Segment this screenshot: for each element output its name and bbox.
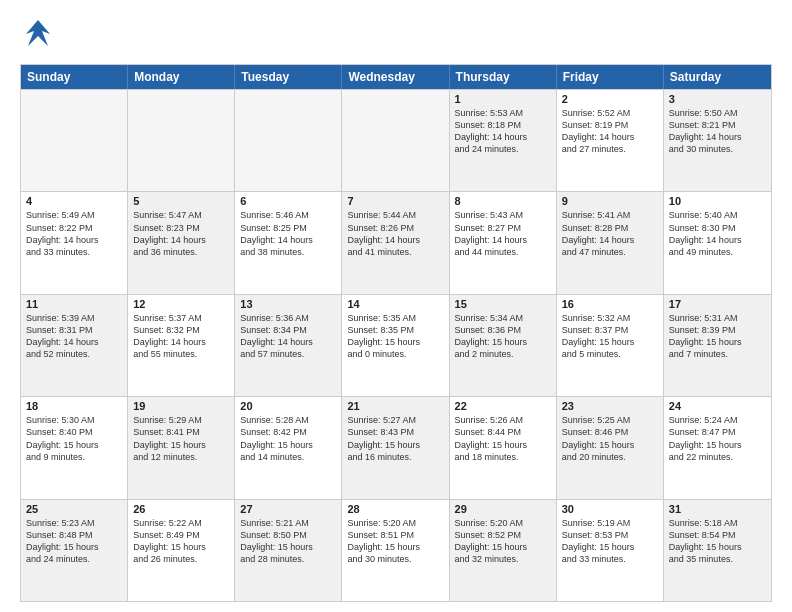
calendar-cell-24: 24Sunrise: 5:24 AM Sunset: 8:47 PM Dayli… — [664, 397, 771, 498]
day-number: 27 — [240, 503, 336, 515]
day-info: Sunrise: 5:32 AM Sunset: 8:37 PM Dayligh… — [562, 312, 658, 361]
day-number: 30 — [562, 503, 658, 515]
day-info: Sunrise: 5:29 AM Sunset: 8:41 PM Dayligh… — [133, 414, 229, 463]
calendar-cell-empty-0-0 — [21, 90, 128, 191]
calendar-cell-5: 5Sunrise: 5:47 AM Sunset: 8:23 PM Daylig… — [128, 192, 235, 293]
header-day-thursday: Thursday — [450, 65, 557, 89]
calendar-row-0: 1Sunrise: 5:53 AM Sunset: 8:18 PM Daylig… — [21, 89, 771, 191]
day-info: Sunrise: 5:50 AM Sunset: 8:21 PM Dayligh… — [669, 107, 766, 156]
header-day-wednesday: Wednesday — [342, 65, 449, 89]
day-number: 2 — [562, 93, 658, 105]
day-info: Sunrise: 5:34 AM Sunset: 8:36 PM Dayligh… — [455, 312, 551, 361]
calendar-cell-14: 14Sunrise: 5:35 AM Sunset: 8:35 PM Dayli… — [342, 295, 449, 396]
calendar: SundayMondayTuesdayWednesdayThursdayFrid… — [20, 64, 772, 602]
calendar-cell-22: 22Sunrise: 5:26 AM Sunset: 8:44 PM Dayli… — [450, 397, 557, 498]
calendar-cell-31: 31Sunrise: 5:18 AM Sunset: 8:54 PM Dayli… — [664, 500, 771, 601]
day-info: Sunrise: 5:40 AM Sunset: 8:30 PM Dayligh… — [669, 209, 766, 258]
day-number: 21 — [347, 400, 443, 412]
day-info: Sunrise: 5:23 AM Sunset: 8:48 PM Dayligh… — [26, 517, 122, 566]
day-number: 29 — [455, 503, 551, 515]
day-number: 15 — [455, 298, 551, 310]
page: SundayMondayTuesdayWednesdayThursdayFrid… — [0, 0, 792, 612]
calendar-row-2: 11Sunrise: 5:39 AM Sunset: 8:31 PM Dayli… — [21, 294, 771, 396]
calendar-cell-18: 18Sunrise: 5:30 AM Sunset: 8:40 PM Dayli… — [21, 397, 128, 498]
day-info: Sunrise: 5:28 AM Sunset: 8:42 PM Dayligh… — [240, 414, 336, 463]
calendar-cell-6: 6Sunrise: 5:46 AM Sunset: 8:25 PM Daylig… — [235, 192, 342, 293]
calendar-cell-15: 15Sunrise: 5:34 AM Sunset: 8:36 PM Dayli… — [450, 295, 557, 396]
calendar-cell-2: 2Sunrise: 5:52 AM Sunset: 8:19 PM Daylig… — [557, 90, 664, 191]
day-number: 23 — [562, 400, 658, 412]
header — [20, 16, 772, 56]
calendar-cell-21: 21Sunrise: 5:27 AM Sunset: 8:43 PM Dayli… — [342, 397, 449, 498]
logo-bird — [20, 16, 56, 56]
logo — [20, 16, 62, 56]
day-info: Sunrise: 5:22 AM Sunset: 8:49 PM Dayligh… — [133, 517, 229, 566]
day-info: Sunrise: 5:31 AM Sunset: 8:39 PM Dayligh… — [669, 312, 766, 361]
day-number: 7 — [347, 195, 443, 207]
day-number: 25 — [26, 503, 122, 515]
day-number: 3 — [669, 93, 766, 105]
day-number: 19 — [133, 400, 229, 412]
calendar-cell-19: 19Sunrise: 5:29 AM Sunset: 8:41 PM Dayli… — [128, 397, 235, 498]
day-number: 1 — [455, 93, 551, 105]
day-info: Sunrise: 5:25 AM Sunset: 8:46 PM Dayligh… — [562, 414, 658, 463]
day-number: 6 — [240, 195, 336, 207]
calendar-cell-13: 13Sunrise: 5:36 AM Sunset: 8:34 PM Dayli… — [235, 295, 342, 396]
calendar-cell-20: 20Sunrise: 5:28 AM Sunset: 8:42 PM Dayli… — [235, 397, 342, 498]
calendar-cell-17: 17Sunrise: 5:31 AM Sunset: 8:39 PM Dayli… — [664, 295, 771, 396]
calendar-cell-26: 26Sunrise: 5:22 AM Sunset: 8:49 PM Dayli… — [128, 500, 235, 601]
day-number: 11 — [26, 298, 122, 310]
day-number: 20 — [240, 400, 336, 412]
day-info: Sunrise: 5:46 AM Sunset: 8:25 PM Dayligh… — [240, 209, 336, 258]
day-info: Sunrise: 5:43 AM Sunset: 8:27 PM Dayligh… — [455, 209, 551, 258]
calendar-cell-3: 3Sunrise: 5:50 AM Sunset: 8:21 PM Daylig… — [664, 90, 771, 191]
header-day-friday: Friday — [557, 65, 664, 89]
day-info: Sunrise: 5:41 AM Sunset: 8:28 PM Dayligh… — [562, 209, 658, 258]
calendar-cell-23: 23Sunrise: 5:25 AM Sunset: 8:46 PM Dayli… — [557, 397, 664, 498]
calendar-cell-27: 27Sunrise: 5:21 AM Sunset: 8:50 PM Dayli… — [235, 500, 342, 601]
day-info: Sunrise: 5:20 AM Sunset: 8:52 PM Dayligh… — [455, 517, 551, 566]
calendar-cell-25: 25Sunrise: 5:23 AM Sunset: 8:48 PM Dayli… — [21, 500, 128, 601]
calendar-cell-7: 7Sunrise: 5:44 AM Sunset: 8:26 PM Daylig… — [342, 192, 449, 293]
day-number: 14 — [347, 298, 443, 310]
day-number: 9 — [562, 195, 658, 207]
day-info: Sunrise: 5:26 AM Sunset: 8:44 PM Dayligh… — [455, 414, 551, 463]
header-day-sunday: Sunday — [21, 65, 128, 89]
day-number: 12 — [133, 298, 229, 310]
calendar-row-3: 18Sunrise: 5:30 AM Sunset: 8:40 PM Dayli… — [21, 396, 771, 498]
calendar-cell-9: 9Sunrise: 5:41 AM Sunset: 8:28 PM Daylig… — [557, 192, 664, 293]
calendar-row-1: 4Sunrise: 5:49 AM Sunset: 8:22 PM Daylig… — [21, 191, 771, 293]
day-number: 10 — [669, 195, 766, 207]
day-number: 17 — [669, 298, 766, 310]
day-info: Sunrise: 5:24 AM Sunset: 8:47 PM Dayligh… — [669, 414, 766, 463]
day-info: Sunrise: 5:35 AM Sunset: 8:35 PM Dayligh… — [347, 312, 443, 361]
calendar-cell-30: 30Sunrise: 5:19 AM Sunset: 8:53 PM Dayli… — [557, 500, 664, 601]
day-info: Sunrise: 5:18 AM Sunset: 8:54 PM Dayligh… — [669, 517, 766, 566]
calendar-cell-4: 4Sunrise: 5:49 AM Sunset: 8:22 PM Daylig… — [21, 192, 128, 293]
day-number: 31 — [669, 503, 766, 515]
day-info: Sunrise: 5:53 AM Sunset: 8:18 PM Dayligh… — [455, 107, 551, 156]
day-info: Sunrise: 5:27 AM Sunset: 8:43 PM Dayligh… — [347, 414, 443, 463]
day-number: 18 — [26, 400, 122, 412]
day-number: 8 — [455, 195, 551, 207]
day-info: Sunrise: 5:52 AM Sunset: 8:19 PM Dayligh… — [562, 107, 658, 156]
calendar-cell-empty-0-2 — [235, 90, 342, 191]
day-info: Sunrise: 5:37 AM Sunset: 8:32 PM Dayligh… — [133, 312, 229, 361]
calendar-cell-16: 16Sunrise: 5:32 AM Sunset: 8:37 PM Dayli… — [557, 295, 664, 396]
calendar-cell-empty-0-3 — [342, 90, 449, 191]
calendar-cell-11: 11Sunrise: 5:39 AM Sunset: 8:31 PM Dayli… — [21, 295, 128, 396]
calendar-cell-10: 10Sunrise: 5:40 AM Sunset: 8:30 PM Dayli… — [664, 192, 771, 293]
calendar-row-4: 25Sunrise: 5:23 AM Sunset: 8:48 PM Dayli… — [21, 499, 771, 601]
day-info: Sunrise: 5:30 AM Sunset: 8:40 PM Dayligh… — [26, 414, 122, 463]
header-day-tuesday: Tuesday — [235, 65, 342, 89]
calendar-body: 1Sunrise: 5:53 AM Sunset: 8:18 PM Daylig… — [21, 89, 771, 601]
day-number: 24 — [669, 400, 766, 412]
calendar-cell-29: 29Sunrise: 5:20 AM Sunset: 8:52 PM Dayli… — [450, 500, 557, 601]
header-day-monday: Monday — [128, 65, 235, 89]
day-info: Sunrise: 5:49 AM Sunset: 8:22 PM Dayligh… — [26, 209, 122, 258]
header-day-saturday: Saturday — [664, 65, 771, 89]
calendar-cell-28: 28Sunrise: 5:20 AM Sunset: 8:51 PM Dayli… — [342, 500, 449, 601]
day-info: Sunrise: 5:20 AM Sunset: 8:51 PM Dayligh… — [347, 517, 443, 566]
day-info: Sunrise: 5:19 AM Sunset: 8:53 PM Dayligh… — [562, 517, 658, 566]
calendar-header: SundayMondayTuesdayWednesdayThursdayFrid… — [21, 65, 771, 89]
